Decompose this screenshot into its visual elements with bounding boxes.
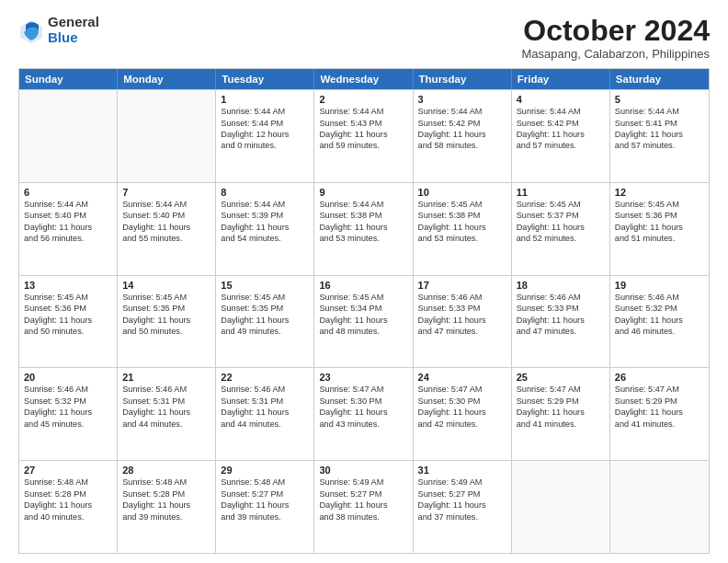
calendar-body: 1Sunrise: 5:44 AMSunset: 5:44 PMDaylight… [19, 89, 709, 553]
cell-info-line: Sunrise: 5:44 AM [319, 199, 407, 210]
cell-info-line: Daylight: 11 hours [122, 315, 210, 326]
cell-info-line: and 57 minutes. [615, 140, 704, 151]
day-cell-15: 15Sunrise: 5:45 AMSunset: 5:35 PMDayligh… [216, 276, 314, 368]
cell-info-line: Sunrise: 5:45 AM [517, 199, 605, 210]
day-number: 25 [517, 372, 605, 383]
day-cell-23: 23Sunrise: 5:47 AMSunset: 5:30 PMDayligh… [314, 368, 413, 460]
logo-general-text: General [48, 15, 99, 30]
day-cell-12: 12Sunrise: 5:45 AMSunset: 5:36 PMDayligh… [610, 183, 709, 275]
cell-info-line: Sunset: 5:31 PM [122, 396, 210, 407]
day-number: 29 [221, 465, 309, 476]
cell-info-line: Sunrise: 5:49 AM [418, 477, 506, 488]
cell-info-line: Sunrise: 5:44 AM [319, 106, 407, 117]
cell-info-line: Sunset: 5:31 PM [221, 396, 309, 407]
cell-info-line: Sunrise: 5:45 AM [221, 292, 309, 303]
cell-info-line: Daylight: 11 hours [615, 315, 704, 326]
empty-cell [512, 461, 610, 553]
cell-info-line: and 51 minutes. [615, 233, 704, 244]
day-cell-22: 22Sunrise: 5:46 AMSunset: 5:31 PMDayligh… [216, 368, 314, 460]
day-cell-6: 6Sunrise: 5:44 AMSunset: 5:40 PMDaylight… [19, 183, 118, 275]
cell-info-line: Sunset: 5:30 PM [418, 396, 506, 407]
day-number: 5 [615, 94, 704, 105]
day-number: 13 [24, 280, 112, 291]
cell-info-line: Sunset: 5:37 PM [517, 210, 605, 221]
day-number: 3 [418, 94, 506, 105]
cell-info-line: Sunset: 5:35 PM [221, 303, 309, 314]
day-cell-13: 13Sunrise: 5:45 AMSunset: 5:36 PMDayligh… [19, 276, 118, 368]
day-cell-29: 29Sunrise: 5:48 AMSunset: 5:27 PMDayligh… [216, 461, 314, 553]
cell-info-line: Daylight: 11 hours [24, 500, 112, 511]
cell-info-line: Sunrise: 5:46 AM [418, 292, 506, 303]
cell-info-line: Sunset: 5:27 PM [418, 488, 506, 500]
day-cell-19: 19Sunrise: 5:46 AMSunset: 5:32 PMDayligh… [610, 276, 709, 368]
calendar: SundayMondayTuesdayWednesdayThursdayFrid… [18, 68, 710, 554]
cell-info-line: Sunrise: 5:47 AM [319, 384, 407, 395]
cell-info-line: and 45 minutes. [24, 419, 112, 430]
day-number: 6 [24, 187, 112, 198]
cell-info-line: and 52 minutes. [517, 233, 605, 244]
day-cell-17: 17Sunrise: 5:46 AMSunset: 5:33 PMDayligh… [414, 276, 512, 368]
cell-info-line: Sunrise: 5:45 AM [122, 292, 210, 303]
day-cell-1: 1Sunrise: 5:44 AMSunset: 5:44 PMDaylight… [216, 90, 314, 182]
day-of-week-saturday: Saturday [610, 69, 709, 89]
cell-info-line: Sunset: 5:40 PM [24, 210, 112, 221]
cell-info-line: Sunrise: 5:44 AM [418, 106, 506, 117]
cell-info-line: Daylight: 11 hours [517, 129, 605, 140]
cell-info-line: Sunrise: 5:44 AM [221, 106, 309, 117]
cell-info-line: Sunrise: 5:44 AM [517, 106, 605, 117]
cell-info-line: Daylight: 11 hours [418, 407, 506, 418]
location-subtitle: Masapang, Calabarzon, Philippines [521, 47, 710, 61]
cell-info-line: Daylight: 11 hours [418, 129, 506, 140]
cell-info-line: Daylight: 11 hours [615, 222, 704, 233]
cell-info-line: Sunrise: 5:48 AM [122, 477, 210, 488]
cell-info-line: Sunset: 5:38 PM [418, 210, 506, 221]
logo-icon [18, 17, 44, 43]
cell-info-line: Daylight: 11 hours [319, 407, 407, 418]
cell-info-line: Daylight: 11 hours [517, 222, 605, 233]
day-of-week-sunday: Sunday [19, 69, 118, 89]
cell-info-line: Sunset: 5:33 PM [418, 303, 506, 314]
cell-info-line: Sunrise: 5:45 AM [319, 292, 407, 303]
cell-info-line: Daylight: 11 hours [615, 407, 704, 418]
cell-info-line: Sunrise: 5:44 AM [24, 199, 112, 210]
day-number: 15 [221, 280, 309, 291]
cell-info-line: Sunset: 5:35 PM [122, 303, 210, 314]
day-number: 4 [517, 94, 605, 105]
cell-info-line: Sunrise: 5:45 AM [418, 199, 506, 210]
cell-info-line: Sunrise: 5:47 AM [517, 384, 605, 395]
cell-info-line: Sunset: 5:43 PM [319, 118, 407, 129]
calendar-header: SundayMondayTuesdayWednesdayThursdayFrid… [19, 69, 709, 89]
cell-info-line: Daylight: 11 hours [615, 129, 704, 140]
cell-info-line: Daylight: 11 hours [24, 407, 112, 418]
cell-info-line: Sunset: 5:32 PM [24, 396, 112, 407]
day-cell-3: 3Sunrise: 5:44 AMSunset: 5:42 PMDaylight… [414, 90, 512, 182]
cell-info-line: and 56 minutes. [24, 233, 112, 244]
month-title: October 2024 [521, 15, 710, 47]
day-number: 28 [122, 465, 210, 476]
cell-info-line: Daylight: 11 hours [418, 500, 506, 511]
day-cell-31: 31Sunrise: 5:49 AMSunset: 5:27 PMDayligh… [414, 461, 512, 553]
cell-info-line: and 59 minutes. [319, 140, 407, 151]
cell-info-line: Sunrise: 5:45 AM [615, 199, 704, 210]
cell-info-line: and 53 minutes. [418, 233, 506, 244]
day-number: 12 [615, 187, 704, 198]
calendar-row-3: 20Sunrise: 5:46 AMSunset: 5:32 PMDayligh… [19, 367, 709, 460]
cell-info-line: Daylight: 11 hours [319, 315, 407, 326]
cell-info-line: Sunrise: 5:46 AM [615, 292, 704, 303]
day-number: 1 [221, 94, 309, 105]
cell-info-line: Sunrise: 5:47 AM [615, 384, 704, 395]
cell-info-line: Daylight: 11 hours [24, 315, 112, 326]
cell-info-line: Sunrise: 5:45 AM [24, 292, 112, 303]
cell-info-line: Sunset: 5:32 PM [615, 303, 704, 314]
cell-info-line: and 57 minutes. [517, 140, 605, 151]
day-cell-10: 10Sunrise: 5:45 AMSunset: 5:38 PMDayligh… [414, 183, 512, 275]
day-cell-24: 24Sunrise: 5:47 AMSunset: 5:30 PMDayligh… [414, 368, 512, 460]
cell-info-line: and 0 minutes. [221, 140, 309, 151]
cell-info-line: Sunset: 5:40 PM [122, 210, 210, 221]
cell-info-line: Daylight: 12 hours [221, 129, 309, 140]
cell-info-line: and 41 minutes. [615, 419, 704, 430]
day-cell-21: 21Sunrise: 5:46 AMSunset: 5:31 PMDayligh… [118, 368, 216, 460]
cell-info-line: Sunrise: 5:44 AM [221, 199, 309, 210]
logo: General Blue [18, 15, 99, 45]
day-cell-28: 28Sunrise: 5:48 AMSunset: 5:28 PMDayligh… [118, 461, 216, 553]
